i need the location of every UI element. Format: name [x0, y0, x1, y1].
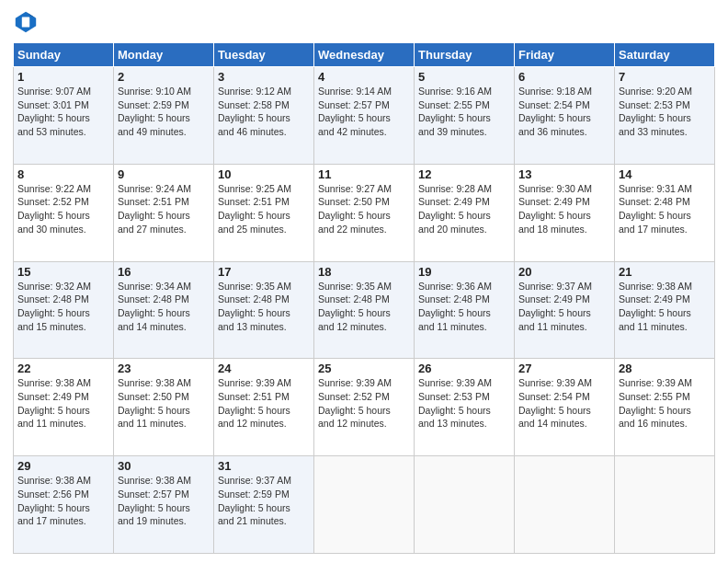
- day-info: Sunrise: 9:37 AMSunset: 2:59 PMDaylight:…: [218, 474, 310, 528]
- calendar-cell: 7Sunrise: 9:20 AMSunset: 2:53 PMDaylight…: [615, 67, 715, 165]
- day-number: 15: [17, 265, 109, 279]
- calendar-cell: 29Sunrise: 9:38 AMSunset: 2:56 PMDayligh…: [14, 456, 114, 554]
- header: [13, 9, 715, 35]
- calendar-table: SundayMondayTuesdayWednesdayThursdayFrid…: [13, 42, 715, 554]
- day-number: 26: [418, 362, 510, 375]
- col-header-saturday: Saturday: [615, 43, 715, 67]
- calendar-cell: 4Sunrise: 9:14 AMSunset: 2:57 PMDaylight…: [314, 67, 415, 165]
- day-info: Sunrise: 9:38 AMSunset: 2:49 PMDaylight:…: [17, 376, 109, 431]
- day-info: Sunrise: 9:22 AMSunset: 2:52 PMDaylight:…: [17, 182, 109, 236]
- day-info: Sunrise: 9:39 AMSunset: 2:52 PMDaylight:…: [318, 376, 410, 431]
- day-info: Sunrise: 9:36 AMSunset: 2:48 PMDaylight:…: [418, 280, 510, 334]
- day-info: Sunrise: 9:14 AMSunset: 2:57 PMDaylight:…: [318, 85, 410, 139]
- day-info: Sunrise: 9:32 AMSunset: 2:48 PMDaylight:…: [17, 280, 109, 334]
- day-info: Sunrise: 9:10 AMSunset: 2:59 PMDaylight:…: [118, 85, 210, 139]
- col-header-monday: Monday: [114, 43, 214, 67]
- calendar-cell: 3Sunrise: 9:12 AMSunset: 2:58 PMDaylight…: [214, 67, 314, 165]
- page: SundayMondayTuesdayWednesdayThursdayFrid…: [0, 0, 728, 563]
- logo: [13, 9, 42, 35]
- day-number: 4: [318, 70, 410, 84]
- day-info: Sunrise: 9:35 AMSunset: 2:48 PMDaylight:…: [318, 280, 410, 334]
- day-number: 18: [318, 265, 410, 279]
- day-info: Sunrise: 9:38 AMSunset: 2:56 PMDaylight:…: [17, 474, 109, 528]
- day-info: Sunrise: 9:39 AMSunset: 2:54 PMDaylight:…: [518, 376, 610, 431]
- calendar-cell: 9Sunrise: 9:24 AMSunset: 2:51 PMDaylight…: [114, 164, 214, 261]
- day-info: Sunrise: 9:31 AMSunset: 2:48 PMDaylight:…: [619, 182, 711, 236]
- calendar-cell: 27Sunrise: 9:39 AMSunset: 2:54 PMDayligh…: [515, 359, 615, 456]
- day-number: 11: [318, 167, 410, 181]
- day-info: Sunrise: 9:27 AMSunset: 2:50 PMDaylight:…: [318, 182, 410, 236]
- day-number: 1: [17, 70, 109, 84]
- day-number: 23: [118, 362, 210, 375]
- day-number: 31: [218, 459, 310, 473]
- day-info: Sunrise: 9:39 AMSunset: 2:51 PMDaylight:…: [218, 376, 310, 431]
- logo-icon: [13, 9, 39, 35]
- calendar-cell: 2Sunrise: 9:10 AMSunset: 2:59 PMDaylight…: [114, 67, 214, 165]
- week-row-4: 22Sunrise: 9:38 AMSunset: 2:49 PMDayligh…: [14, 359, 715, 456]
- calendar-body: 1Sunrise: 9:07 AMSunset: 3:01 PMDaylight…: [14, 67, 715, 554]
- day-info: Sunrise: 9:16 AMSunset: 2:55 PMDaylight:…: [418, 85, 510, 139]
- week-row-1: 1Sunrise: 9:07 AMSunset: 3:01 PMDaylight…: [14, 67, 715, 165]
- day-info: Sunrise: 9:37 AMSunset: 2:49 PMDaylight:…: [518, 280, 610, 334]
- day-info: Sunrise: 9:28 AMSunset: 2:49 PMDaylight:…: [418, 182, 510, 236]
- day-info: Sunrise: 9:38 AMSunset: 2:49 PMDaylight:…: [619, 280, 711, 334]
- day-number: 14: [619, 167, 711, 181]
- col-header-tuesday: Tuesday: [214, 43, 314, 67]
- calendar-cell: 5Sunrise: 9:16 AMSunset: 2:55 PMDaylight…: [415, 67, 515, 165]
- day-info: Sunrise: 9:39 AMSunset: 2:53 PMDaylight:…: [418, 376, 510, 431]
- day-number: 27: [518, 362, 610, 375]
- day-number: 16: [118, 265, 210, 279]
- col-header-sunday: Sunday: [14, 43, 114, 67]
- calendar-cell: 13Sunrise: 9:30 AMSunset: 2:49 PMDayligh…: [515, 164, 615, 261]
- day-number: 19: [418, 265, 510, 279]
- day-number: 10: [218, 167, 310, 181]
- day-info: Sunrise: 9:12 AMSunset: 2:58 PMDaylight:…: [218, 85, 310, 139]
- day-number: 22: [17, 362, 109, 375]
- day-number: 17: [218, 265, 310, 279]
- day-number: 20: [518, 265, 610, 279]
- calendar-cell: 8Sunrise: 9:22 AMSunset: 2:52 PMDaylight…: [14, 164, 114, 261]
- day-number: 8: [17, 167, 109, 181]
- day-number: 30: [118, 459, 210, 473]
- day-number: 5: [418, 70, 510, 84]
- calendar-cell: 19Sunrise: 9:36 AMSunset: 2:48 PMDayligh…: [415, 261, 515, 359]
- calendar-cell: 22Sunrise: 9:38 AMSunset: 2:49 PMDayligh…: [14, 359, 114, 456]
- day-info: Sunrise: 9:38 AMSunset: 2:50 PMDaylight:…: [118, 376, 210, 431]
- calendar-cell: 28Sunrise: 9:39 AMSunset: 2:55 PMDayligh…: [615, 359, 715, 456]
- calendar-cell: 17Sunrise: 9:35 AMSunset: 2:48 PMDayligh…: [214, 261, 314, 359]
- calendar-cell: [615, 456, 715, 554]
- calendar-cell: 18Sunrise: 9:35 AMSunset: 2:48 PMDayligh…: [314, 261, 415, 359]
- day-number: 7: [619, 70, 711, 84]
- calendar-cell: 15Sunrise: 9:32 AMSunset: 2:48 PMDayligh…: [14, 261, 114, 359]
- day-number: 21: [619, 265, 711, 279]
- day-info: Sunrise: 9:20 AMSunset: 2:53 PMDaylight:…: [619, 85, 711, 139]
- calendar-cell: 30Sunrise: 9:38 AMSunset: 2:57 PMDayligh…: [114, 456, 214, 554]
- calendar-cell: [415, 456, 515, 554]
- calendar-header-row: SundayMondayTuesdayWednesdayThursdayFrid…: [14, 43, 715, 67]
- calendar-cell: 16Sunrise: 9:34 AMSunset: 2:48 PMDayligh…: [114, 261, 214, 359]
- calendar-cell: 14Sunrise: 9:31 AMSunset: 2:48 PMDayligh…: [615, 164, 715, 261]
- calendar-cell: 10Sunrise: 9:25 AMSunset: 2:51 PMDayligh…: [214, 164, 314, 261]
- day-info: Sunrise: 9:35 AMSunset: 2:48 PMDaylight:…: [218, 280, 310, 334]
- week-row-2: 8Sunrise: 9:22 AMSunset: 2:52 PMDaylight…: [14, 164, 715, 261]
- week-row-5: 29Sunrise: 9:38 AMSunset: 2:56 PMDayligh…: [14, 456, 715, 554]
- day-number: 9: [118, 167, 210, 181]
- calendar-cell: 31Sunrise: 9:37 AMSunset: 2:59 PMDayligh…: [214, 456, 314, 554]
- day-info: Sunrise: 9:30 AMSunset: 2:49 PMDaylight:…: [518, 182, 610, 236]
- calendar-cell: 12Sunrise: 9:28 AMSunset: 2:49 PMDayligh…: [415, 164, 515, 261]
- calendar-cell: 21Sunrise: 9:38 AMSunset: 2:49 PMDayligh…: [615, 261, 715, 359]
- calendar-cell: 23Sunrise: 9:38 AMSunset: 2:50 PMDayligh…: [114, 359, 214, 456]
- calendar-cell: 11Sunrise: 9:27 AMSunset: 2:50 PMDayligh…: [314, 164, 415, 261]
- day-info: Sunrise: 9:18 AMSunset: 2:54 PMDaylight:…: [518, 85, 610, 139]
- day-info: Sunrise: 9:25 AMSunset: 2:51 PMDaylight:…: [218, 182, 310, 236]
- col-header-wednesday: Wednesday: [314, 43, 415, 67]
- day-number: 13: [518, 167, 610, 181]
- calendar-cell: 6Sunrise: 9:18 AMSunset: 2:54 PMDaylight…: [515, 67, 615, 165]
- day-number: 12: [418, 167, 510, 181]
- day-info: Sunrise: 9:34 AMSunset: 2:48 PMDaylight:…: [118, 280, 210, 334]
- calendar-cell: 26Sunrise: 9:39 AMSunset: 2:53 PMDayligh…: [415, 359, 515, 456]
- calendar-cell: 1Sunrise: 9:07 AMSunset: 3:01 PMDaylight…: [14, 67, 114, 165]
- day-info: Sunrise: 9:24 AMSunset: 2:51 PMDaylight:…: [118, 182, 210, 236]
- day-number: 28: [619, 362, 711, 375]
- calendar-cell: 24Sunrise: 9:39 AMSunset: 2:51 PMDayligh…: [214, 359, 314, 456]
